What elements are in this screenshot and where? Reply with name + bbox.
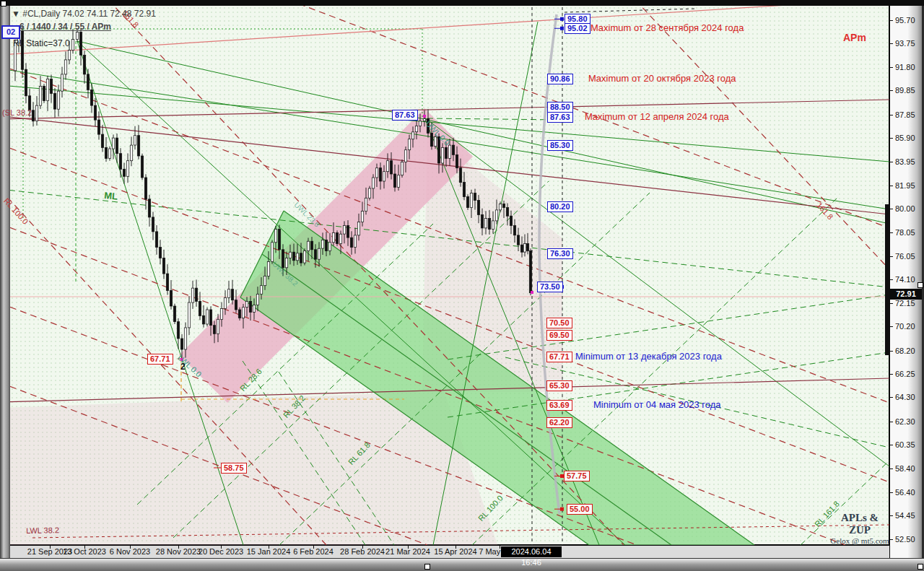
candle-body — [419, 121, 421, 126]
candle-body — [144, 178, 147, 199]
level-marker — [560, 17, 564, 21]
price-level-box[interactable]: 65.30 — [546, 380, 572, 391]
price-level-box[interactable]: 57.75 — [564, 471, 590, 481]
candle-body — [97, 120, 100, 134]
indicator-params-link[interactable]: 6 / 1440 / 34 / 55 / APm — [19, 22, 111, 32]
candle-body — [256, 294, 258, 305]
candle-body — [430, 133, 432, 146]
candle-body — [492, 221, 494, 230]
crosshair-time-box: 2024.06.04 16:46 — [501, 546, 562, 557]
current-price-box: 72.91 — [890, 289, 922, 300]
candle-body — [445, 147, 447, 158]
candle-body — [191, 288, 193, 302]
price-level-box[interactable]: 95.02 — [565, 23, 590, 34]
candle-body — [50, 79, 52, 94]
candle-body — [90, 90, 92, 106]
candle-body — [488, 219, 490, 230]
trend-line — [427, 118, 562, 120]
candle-body — [76, 32, 78, 40]
window-handle-topleft[interactable] — [1, 1, 6, 6]
candle-body — [271, 243, 273, 262]
trend-line — [0, 100, 889, 119]
window-handle-bottomright[interactable] — [918, 564, 923, 570]
candle-body — [303, 251, 305, 263]
candle-body — [332, 233, 334, 243]
line-label-lwl382: LWL 38.2 — [26, 526, 59, 535]
candle-body — [415, 126, 417, 131]
extremum-annotation: Maximum от 28 сентября 2024 года — [590, 22, 744, 33]
candle-body — [53, 94, 56, 110]
level-marker — [560, 507, 564, 511]
y-axis-label: 70.20 — [895, 322, 915, 331]
x-axis-label: 15 Apr 2024 — [434, 547, 476, 556]
candle-body — [307, 241, 309, 250]
chart-canvas[interactable] — [0, 0, 924, 571]
candle-body — [148, 199, 150, 217]
y-axis-label: 72.15 — [895, 299, 915, 308]
price-level-box[interactable]: 63.69 — [546, 400, 572, 411]
candle-body — [318, 248, 320, 259]
y-axis-tick — [890, 67, 893, 68]
candle-body — [390, 161, 392, 174]
price-level-box[interactable]: 88.50 — [547, 102, 573, 113]
y-axis-tick — [890, 326, 893, 327]
price-level-box[interactable]: 69.50 — [546, 330, 572, 341]
brand-title: APLs & ZUP — [830, 512, 889, 536]
price-level-box[interactable]: 73.50 — [537, 282, 563, 292]
candle-body — [386, 161, 388, 172]
candle-body — [361, 212, 363, 222]
y-axis-tick — [890, 43, 893, 44]
candle-body — [404, 150, 406, 162]
candle-body — [339, 234, 341, 243]
price-level-box[interactable]: 85.30 — [547, 140, 573, 151]
y-axis-tick — [890, 468, 893, 469]
price-level-box[interactable]: 80.20 — [547, 201, 573, 212]
chart-title[interactable]: ▼ #CL,Daily 74.02 74.11 72.48 72.91 — [12, 9, 156, 19]
candle-body — [188, 302, 190, 328]
symbol-ohlc-text: #CL,Daily 74.02 74.11 72.48 72.91 — [22, 9, 156, 19]
price-level-box[interactable]: 76.30 — [547, 248, 573, 259]
y-axis-tick — [890, 162, 893, 162]
point-2[interactable]: 2 — [178, 362, 188, 372]
candle-body — [141, 156, 143, 178]
candle-body — [411, 132, 414, 139]
y-axis-tick — [890, 351, 893, 352]
peak-box[interactable]: 87.63 — [392, 110, 418, 121]
candle-body — [25, 69, 27, 96]
y-axis-tick — [890, 186, 893, 186]
x-axis-label: 28 Feb 2024 — [340, 547, 385, 556]
y-axis-label: 66.25 — [895, 370, 915, 378]
extremum-annotation: Minimum от 04 мая 2023 года — [593, 399, 720, 410]
price-level-box[interactable]: 90.86 — [547, 74, 573, 84]
line-label-sl-label: (SL 38.2 — [2, 108, 32, 117]
y-axis-tick — [890, 279, 893, 280]
date-axis[interactable]: 21 Sep 202313 Oct 20236 Nov 202328 Nov 2… — [10, 546, 889, 558]
price-level-box[interactable]: 62.20 — [546, 417, 572, 428]
price-level-box[interactable]: 70.50 — [546, 318, 572, 328]
candle-body — [336, 233, 338, 244]
candle-body — [162, 258, 165, 274]
candle-body — [43, 87, 45, 101]
window-handle-right[interactable] — [918, 282, 923, 288]
price-level-box[interactable]: 67.71 — [546, 352, 572, 362]
price-level-box[interactable]: 55.00 — [567, 504, 593, 515]
x-axis-label: 21 Mar 2024 — [385, 547, 430, 556]
candle-body — [202, 315, 204, 324]
candle-body — [105, 147, 107, 158]
x-axis-label: 28 Nov 2023 — [156, 547, 201, 556]
candle-body — [227, 289, 230, 298]
candle-body — [365, 198, 367, 211]
window-handle-bottom[interactable] — [424, 564, 430, 570]
candle-body — [325, 240, 327, 251]
candle-body — [346, 226, 349, 238]
candle-body — [159, 248, 161, 258]
apm-watermark: APm — [843, 32, 866, 43]
candle-body — [463, 183, 465, 197]
price-badge-clipped: 02 — [1, 25, 20, 39]
chevron-down-icon[interactable]: ▼ — [12, 9, 20, 19]
price-level-box[interactable]: 87.63 — [547, 112, 573, 123]
trough-box[interactable]: 67.71 — [147, 354, 173, 365]
candle-body — [209, 310, 212, 326]
level-5875-box[interactable]: 58.75 — [221, 463, 247, 474]
extremum-annotation: Maximum от 20 октября 2023 года — [588, 73, 736, 84]
